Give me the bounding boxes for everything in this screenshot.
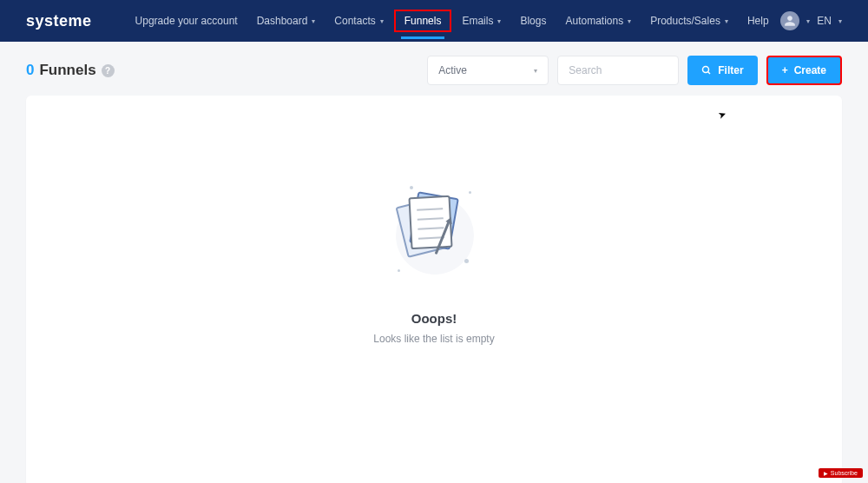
- nav-upgrade[interactable]: Upgrade your account: [127, 0, 247, 42]
- plus-icon: +: [782, 64, 788, 76]
- nav-blogs[interactable]: Blogs: [511, 0, 555, 42]
- nav-label: Blogs: [520, 15, 546, 27]
- help-icon[interactable]: ?: [102, 64, 115, 77]
- nav-automations[interactable]: Automations ▾: [556, 0, 640, 42]
- nav-right: ▾ EN ▾: [780, 11, 842, 30]
- status-filter-value: Active: [438, 64, 467, 76]
- nav-label: Emails: [462, 15, 493, 27]
- chevron-down-icon: ▾: [497, 17, 501, 25]
- nav-label: Automations: [565, 15, 623, 27]
- nav-label: Dashboard: [257, 15, 308, 27]
- filter-button-label: Filter: [718, 64, 743, 76]
- nav-items: Upgrade your account Dashboard ▾ Contact…: [127, 0, 778, 42]
- empty-illustration: [382, 174, 486, 295]
- empty-subtitle: Looks like the list is empty: [373, 333, 494, 345]
- page-title-text: Funnels: [39, 62, 95, 79]
- svg-point-0: [703, 67, 709, 73]
- chevron-down-icon: ▾: [534, 67, 537, 75]
- content-card: Ooops! Looks like the list is empty: [26, 96, 842, 483]
- nav-dashboard[interactable]: Dashboard ▾: [248, 0, 325, 42]
- filter-button[interactable]: Filter: [687, 56, 757, 85]
- page-title: 0 Funnels ?: [26, 62, 115, 79]
- avatar[interactable]: [780, 11, 799, 30]
- toolbar: 0 Funnels ? Active ▾ Filter + Create: [0, 42, 868, 96]
- brand-logo[interactable]: systeme: [26, 12, 92, 30]
- empty-title: Ooops!: [411, 311, 457, 326]
- funnel-count: 0: [26, 62, 34, 79]
- search-icon: [701, 65, 712, 76]
- youtube-badge[interactable]: Subscribe: [819, 468, 863, 478]
- nav-emails[interactable]: Emails ▾: [453, 0, 510, 42]
- nav-contacts[interactable]: Contacts ▾: [326, 0, 391, 42]
- language-label[interactable]: EN: [817, 15, 832, 27]
- nav-label: Help: [747, 15, 769, 27]
- nav-label: Upgrade your account: [135, 15, 238, 27]
- nav-products[interactable]: Products/Sales ▾: [641, 0, 737, 42]
- chevron-down-icon: ▾: [806, 17, 810, 25]
- user-icon: [784, 15, 796, 27]
- nav-label: Funnels: [404, 15, 442, 27]
- top-nav: systeme Upgrade your account Dashboard ▾…: [0, 0, 868, 42]
- create-button-label: Create: [794, 64, 826, 76]
- nav-help[interactable]: Help: [739, 0, 778, 42]
- svg-line-1: [708, 72, 711, 75]
- nav-label: Products/Sales: [650, 15, 720, 27]
- chevron-down-icon: ▾: [380, 17, 384, 25]
- chevron-down-icon: ▾: [838, 17, 842, 25]
- chevron-down-icon: ▾: [312, 17, 315, 25]
- nav-label: Contacts: [334, 15, 375, 27]
- chevron-down-icon: ▾: [725, 17, 728, 25]
- search-input[interactable]: [557, 56, 679, 85]
- create-button[interactable]: + Create: [766, 56, 842, 85]
- chevron-down-icon: ▾: [628, 17, 631, 25]
- youtube-label: Subscribe: [831, 470, 858, 476]
- status-filter-select[interactable]: Active ▾: [427, 56, 549, 85]
- nav-funnels[interactable]: Funnels: [394, 10, 452, 32]
